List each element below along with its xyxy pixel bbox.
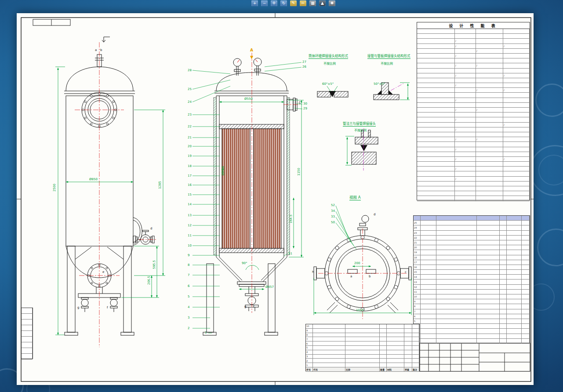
- table-cell: [417, 162, 455, 167]
- table-cell: [417, 88, 455, 93]
- part-balloon: 7: [188, 274, 189, 277]
- table-cell: [387, 355, 404, 359]
- table-row: [417, 58, 530, 63]
- table-cell: [421, 294, 436, 299]
- table-cell: [522, 290, 530, 294]
- table-cell: [503, 29, 530, 34]
- table-row: 15: [414, 270, 530, 275]
- table-cell: [522, 225, 530, 230]
- options-icon[interactable]: ✱: [329, 0, 335, 6]
- table-cell: [476, 142, 503, 147]
- zoom-out-icon[interactable]: −: [261, 0, 268, 6]
- table-cell: [476, 152, 503, 157]
- table-cell: [436, 324, 477, 329]
- table-cell: [417, 39, 455, 44]
- table-cell: [500, 231, 507, 236]
- table-cell: [22, 325, 33, 331]
- table-cell: [503, 117, 530, 122]
- table-cell: [477, 221, 500, 225]
- table-cell: [507, 240, 522, 245]
- table-cell: [507, 329, 522, 334]
- table-row: 8: [306, 333, 419, 338]
- table-cell: [522, 250, 530, 255]
- table-cell: [477, 265, 500, 270]
- table-cell: [503, 147, 530, 152]
- table-cell: [313, 337, 345, 341]
- table-cell: /: [503, 123, 530, 127]
- table-row: //: [417, 44, 530, 49]
- table-cell: [477, 309, 500, 314]
- table-cell: [477, 236, 500, 240]
- table-cell: /: [455, 147, 476, 152]
- sketch-icon[interactable]: ✎: [290, 0, 297, 6]
- table-cell: /: [455, 108, 476, 113]
- table-row: /: [417, 39, 530, 44]
- section-view-icon[interactable]: ✂: [300, 0, 306, 6]
- table-row: 22: [414, 236, 530, 240]
- table-cell: [436, 240, 477, 245]
- table-row: /: [417, 167, 530, 171]
- table-row: [414, 216, 530, 221]
- table-cell: [404, 350, 412, 355]
- table-cell: [421, 304, 436, 309]
- table-cell: [436, 216, 477, 221]
- table-cell: [455, 142, 476, 147]
- parts-list-continuation-table: 10987654321序号代号名称数量材料单重备注: [305, 324, 420, 371]
- table-cell: [436, 231, 477, 236]
- table-cell: [421, 329, 436, 334]
- table-cell: [436, 265, 477, 270]
- table-cell: [522, 279, 530, 284]
- table-row: [22, 308, 33, 314]
- display-style-icon[interactable]: ▦: [309, 0, 316, 6]
- part-balloon: 10: [188, 244, 192, 247]
- table-cell: [404, 329, 412, 333]
- part-balloon: 30: [303, 102, 307, 105]
- appearance-icon[interactable]: ▲: [319, 0, 326, 6]
- table-cell: [436, 304, 477, 309]
- table-cell: [476, 113, 503, 117]
- zoom-in-icon[interactable]: +: [251, 0, 258, 6]
- table-row: [417, 196, 530, 201]
- performance-table-title: 设 计 性 能 表: [417, 22, 530, 29]
- insulation-label: 保温层: [222, 166, 225, 175]
- view-a-letter-b: b: [369, 275, 370, 278]
- table-cell: [522, 216, 530, 221]
- table-cell: [503, 162, 530, 167]
- table-cell: [417, 29, 455, 34]
- table-cell: [417, 93, 455, 98]
- table-row: [417, 78, 530, 83]
- table-cell: [421, 275, 436, 279]
- table-cell: [500, 250, 507, 255]
- table-cell: [500, 299, 507, 304]
- nozzle-letter-g: g: [77, 306, 79, 309]
- part-balloon: 2: [188, 327, 189, 330]
- table-cell: 1: [306, 363, 313, 367]
- pan-icon[interactable]: ✛: [271, 0, 277, 6]
- table-row: 24: [414, 225, 530, 230]
- table-row: 19: [414, 250, 530, 255]
- part-balloon: 14: [188, 203, 192, 206]
- table-cell: [436, 270, 477, 275]
- table-cell: [387, 341, 404, 346]
- rotate-view-icon[interactable]: ↻: [280, 0, 287, 6]
- table-cell: 备注: [412, 367, 419, 372]
- table-cell: [22, 354, 33, 359]
- table-cell: [417, 108, 455, 113]
- part-balloon: 28: [188, 69, 192, 72]
- table-row: 3: [306, 355, 419, 359]
- table-cell: [387, 363, 404, 367]
- table-cell: [507, 334, 522, 339]
- table-cell: [507, 245, 522, 250]
- table-cell: [500, 245, 507, 250]
- table-cell: [477, 314, 500, 319]
- not-to-scale-note: 不按比例: [381, 62, 393, 65]
- table-cell: [436, 334, 477, 339]
- table-cell: /: [455, 177, 476, 181]
- table-cell: [507, 255, 522, 260]
- table-row: 21: [414, 240, 530, 245]
- table-row: 13: [414, 279, 530, 284]
- part-balloon: 21: [188, 136, 192, 139]
- table-cell: /: [503, 73, 530, 78]
- table-row: [417, 142, 530, 147]
- table-row: [417, 29, 530, 34]
